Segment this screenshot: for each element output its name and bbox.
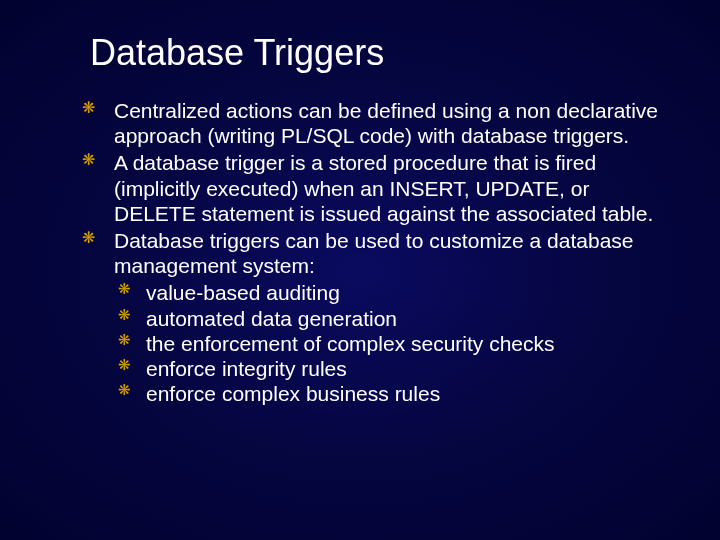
bullet-item: Database triggers can be used to customi… <box>80 228 670 406</box>
bullet-text: Database triggers can be used to customi… <box>114 229 633 277</box>
bullet-text: Centralized actions can be defined using… <box>114 99 658 147</box>
sub-bullet-list: value-based auditing automated data gene… <box>114 280 670 406</box>
sub-bullet-item: enforce integrity rules <box>114 356 670 381</box>
sub-bullet-text: enforce integrity rules <box>146 357 347 380</box>
bullet-item: A database trigger is a stored procedure… <box>80 150 670 226</box>
slide-title: Database Triggers <box>90 32 670 74</box>
bullet-text: A database trigger is a stored procedure… <box>114 151 653 224</box>
slide-content: Centralized actions can be defined using… <box>80 98 670 406</box>
sub-bullet-text: enforce complex business rules <box>146 382 440 405</box>
slide: Database Triggers Centralized actions ca… <box>0 0 720 540</box>
bullet-item: Centralized actions can be defined using… <box>80 98 670 148</box>
bullet-list: Centralized actions can be defined using… <box>80 98 670 406</box>
sub-bullet-item: enforce complex business rules <box>114 381 670 406</box>
sub-bullet-item: automated data generation <box>114 306 670 331</box>
sub-bullet-item: value-based auditing <box>114 280 670 305</box>
sub-bullet-text: automated data generation <box>146 307 397 330</box>
sub-bullet-text: the enforcement of complex security chec… <box>146 332 555 355</box>
sub-bullet-item: the enforcement of complex security chec… <box>114 331 670 356</box>
sub-bullet-text: value-based auditing <box>146 281 340 304</box>
